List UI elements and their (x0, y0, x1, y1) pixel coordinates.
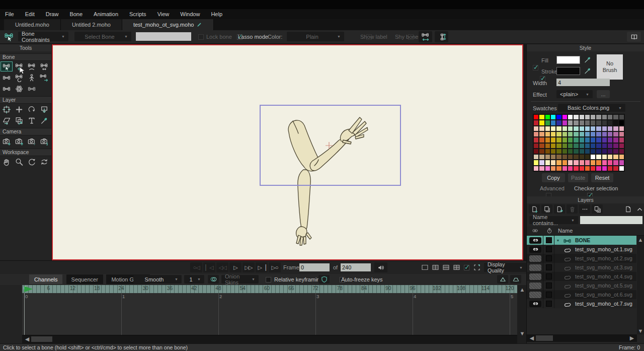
frame-bounds-icon[interactable] (473, 263, 481, 271)
palette-swatch[interactable] (585, 160, 590, 165)
palette-swatch[interactable] (613, 120, 618, 125)
palette-swatch[interactable] (545, 131, 550, 137)
menu-view[interactable]: View (156, 11, 176, 17)
palette-swatch[interactable] (613, 137, 618, 143)
palette-swatch[interactable] (596, 131, 601, 137)
smart-bone-tool[interactable] (26, 84, 38, 94)
palette-swatch[interactable] (562, 137, 568, 143)
bind-points-tool[interactable] (26, 73, 38, 83)
scroll-left-arrow-icon[interactable]: ◀ (23, 335, 31, 343)
shear-layer-tool[interactable] (1, 115, 13, 125)
orbit-workspace-tool[interactable] (38, 157, 50, 167)
play-button[interactable]: ▷ (229, 262, 242, 272)
palette-swatch[interactable] (579, 120, 585, 125)
pan-workspace-tool[interactable] (1, 157, 13, 167)
palette-swatch[interactable] (596, 120, 601, 125)
timeline-horizontal-scrollbar[interactable]: ◀ (22, 335, 517, 343)
palette-swatch[interactable] (550, 120, 556, 125)
palette-swatch[interactable] (573, 143, 579, 149)
delete-layer-button[interactable] (567, 204, 578, 214)
palette-swatch[interactable] (556, 137, 561, 143)
layer-search-input[interactable] (580, 216, 642, 224)
rewind-to-start-button[interactable]: ○◁ (190, 262, 202, 272)
menu-bone[interactable]: Bone (68, 11, 89, 17)
palette-swatch[interactable] (573, 166, 579, 171)
palette-swatch[interactable] (619, 154, 624, 160)
palette-swatch[interactable] (539, 126, 544, 131)
palette-swatch[interactable] (619, 137, 624, 143)
effect-dropdown[interactable]: <plain>▼ (556, 90, 593, 98)
step-to-end-button[interactable]: ▷▕ (256, 262, 268, 272)
palette-swatch[interactable] (596, 160, 601, 165)
palette-swatch[interactable] (619, 143, 624, 149)
display-quality-dropdown[interactable]: Display Quality▼ (484, 263, 526, 272)
scroll-up-arrow-icon[interactable]: ▲ (518, 286, 526, 293)
palette-swatch[interactable] (556, 160, 561, 165)
new-layer-button[interactable] (529, 204, 540, 214)
safe-zone-checkbox[interactable] (464, 265, 469, 270)
palette-swatch[interactable] (596, 126, 601, 131)
reset-style-button[interactable]: Reset (591, 173, 613, 182)
palette-swatch[interactable] (568, 160, 573, 165)
palette-swatch[interactable] (607, 166, 613, 171)
document-tab[interactable]: Untitled.moho (4, 19, 61, 30)
palette-swatch[interactable] (533, 143, 539, 149)
scrollbar-thumb[interactable] (31, 336, 52, 342)
palette-swatch[interactable] (568, 114, 573, 120)
palette-swatch[interactable] (579, 149, 585, 154)
split-vertical-view-button[interactable] (431, 263, 440, 271)
menu-help[interactable]: Help (210, 11, 228, 17)
transform-layer-tool[interactable] (1, 104, 13, 114)
palette-swatch[interactable] (550, 131, 556, 137)
reparent-bone-tool[interactable] (26, 61, 38, 72)
camera-roll-tool[interactable] (26, 136, 38, 146)
scroll-right-arrow-icon[interactable]: ▶ (628, 334, 636, 342)
eyedropper-tool[interactable] (38, 115, 50, 125)
stroke-width-input[interactable] (556, 79, 610, 86)
effect-more-button[interactable]: ... (597, 90, 610, 98)
palette-swatch[interactable] (533, 166, 539, 171)
layers-vertical-scrollbar[interactable]: ▲ ▼ (637, 236, 644, 334)
palette-swatch[interactable] (573, 120, 579, 125)
palette-swatch[interactable] (602, 137, 607, 143)
onion-skins-dropdown[interactable]: Onion Skins▼ (221, 275, 259, 284)
palette-swatch[interactable] (568, 143, 573, 149)
menu-animation[interactable]: Animation (93, 11, 124, 17)
palette-swatch[interactable] (556, 120, 561, 125)
single-layer-view-button[interactable] (622, 204, 633, 214)
palette-swatch[interactable] (619, 114, 624, 120)
menu-window[interactable]: Window (179, 11, 206, 17)
total-frames-input[interactable] (341, 263, 371, 271)
scroll-down-arrow-icon[interactable]: ▼ (637, 327, 644, 334)
palette-swatch[interactable] (573, 126, 579, 131)
palette-swatch[interactable] (550, 166, 556, 171)
collapse-layers-button[interactable] (634, 204, 644, 214)
scroll-left-arrow-icon[interactable]: ◀ (528, 334, 536, 342)
palette-swatch[interactable] (585, 126, 590, 131)
stroke-eyedropper-icon[interactable] (584, 66, 592, 75)
palette-swatch[interactable] (607, 120, 613, 125)
palette-swatch[interactable] (590, 154, 596, 160)
timeline-vertical-scrollbar[interactable]: ▲ ▼ (517, 285, 526, 343)
document-tab[interactable]: Untitled 2.moho (61, 19, 122, 30)
relative-keyframing-checkbox[interactable] (266, 277, 271, 283)
bone-color-swatch[interactable] (136, 32, 191, 41)
palette-swatch[interactable] (533, 160, 539, 165)
palette-swatch[interactable] (539, 166, 544, 171)
palette-swatch[interactable] (602, 143, 607, 149)
palette-swatch[interactable] (568, 120, 573, 125)
palette-swatch[interactable] (579, 114, 585, 120)
palette-swatch[interactable] (590, 166, 596, 171)
palette-swatch[interactable] (613, 149, 618, 154)
palette-swatch[interactable] (613, 131, 618, 137)
canvas[interactable] (52, 44, 523, 260)
palette-swatch[interactable] (545, 137, 550, 143)
palette-swatch[interactable] (607, 149, 613, 154)
palette-swatch[interactable] (539, 131, 544, 137)
palette-swatch[interactable] (579, 154, 585, 160)
palette-swatch[interactable] (619, 131, 624, 137)
menu-scripts[interactable]: Scripts (128, 11, 152, 17)
scroll-down-arrow-icon[interactable]: ▼ (518, 329, 526, 337)
layer-hidden-toggle[interactable] (529, 255, 541, 262)
rotate-workspace-tool[interactable] (26, 157, 38, 167)
